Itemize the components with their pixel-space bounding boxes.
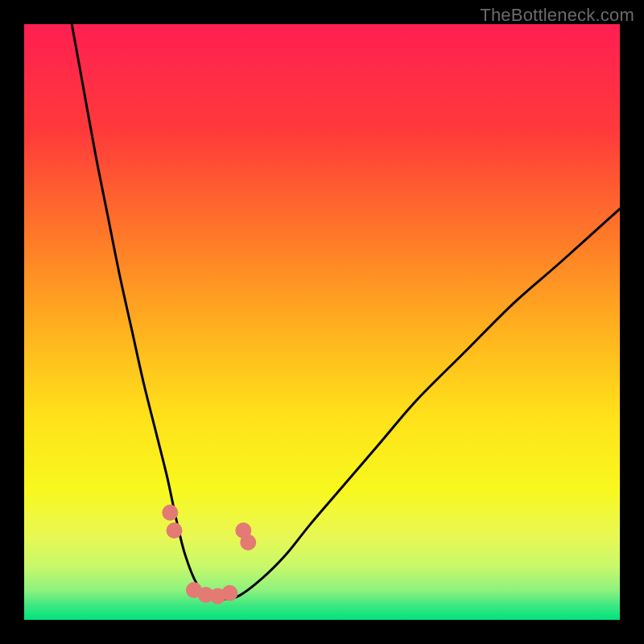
valley-marker-right-mid xyxy=(240,535,256,551)
valley-marker-left-mid xyxy=(166,522,182,539)
valley-marker-bottom-4 xyxy=(221,585,237,601)
plot-area xyxy=(24,24,620,620)
curve-path xyxy=(72,24,620,599)
watermark-text: TheBottleneck.com xyxy=(480,5,634,26)
valley-marker-left-top xyxy=(162,505,178,521)
curve-layer xyxy=(24,24,620,620)
chart-container: TheBottleneck.com xyxy=(0,0,644,644)
